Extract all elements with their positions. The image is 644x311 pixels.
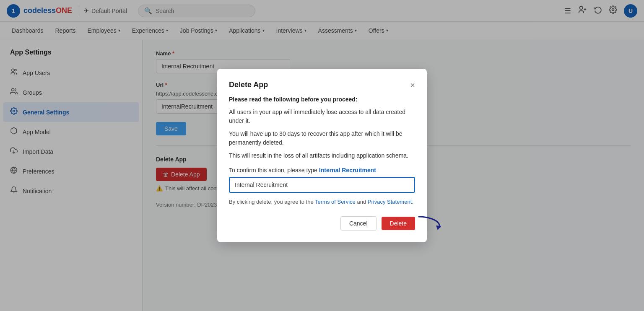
- arrow-indicator: [417, 213, 442, 233]
- modal-confirm-input[interactable]: [229, 177, 415, 193]
- modal-app-name: Internal Recruitment: [319, 167, 376, 174]
- delete-app-modal: Delete App × Please read the following b…: [217, 69, 427, 242]
- modal-warning-point-1: All users in your app will immediately l…: [229, 108, 415, 125]
- cancel-button[interactable]: Cancel: [340, 216, 377, 231]
- modal-warning-point-3: This will result in the loss of all arti…: [229, 151, 415, 160]
- privacy-statement-link[interactable]: Privacy Statement.: [368, 199, 413, 205]
- modal-header: Delete App ×: [229, 80, 415, 89]
- modal-footer: Cancel Delete: [229, 216, 415, 231]
- svg-marker-11: [436, 225, 441, 230]
- terms-of-service-link[interactable]: Terms of Service: [315, 199, 356, 205]
- modal-warning-point-2: You will have up to 30 days to recover t…: [229, 130, 415, 147]
- modal-close-button[interactable]: ×: [410, 81, 415, 89]
- modal-overlay: Delete App × Please read the following b…: [0, 0, 644, 311]
- modal-tos-text: By clicking delete, you agree to the Ter…: [229, 198, 415, 206]
- modal-title: Delete App: [229, 80, 268, 89]
- modal-confirm-text: To confirm this action, please type Inte…: [229, 167, 415, 174]
- delete-confirm-button[interactable]: Delete: [382, 217, 415, 230]
- modal-warning-heading: Please read the following before you pro…: [229, 96, 415, 103]
